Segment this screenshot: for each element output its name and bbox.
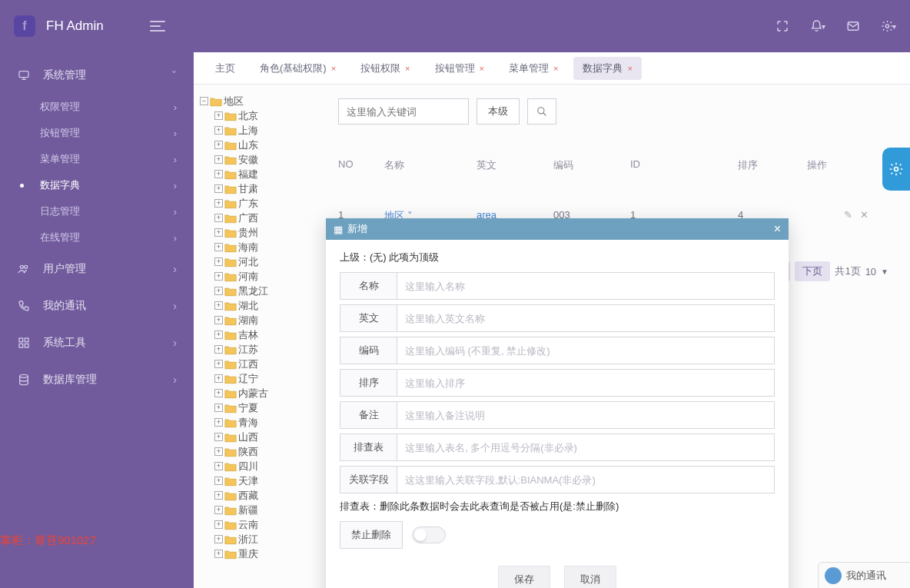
fullscreen-icon[interactable] (775, 18, 790, 34)
expand-icon[interactable]: + (214, 389, 223, 397)
tree-node[interactable]: +重庆 (214, 546, 330, 561)
expand-icon[interactable]: + (214, 272, 223, 281)
tree-node[interactable]: +云南 (214, 517, 330, 532)
cancel-button[interactable]: 取消 (564, 566, 616, 588)
tree-node[interactable]: +陕西 (214, 444, 330, 459)
expand-icon[interactable]: + (214, 199, 223, 208)
tree-node[interactable]: +四川 (214, 459, 330, 473)
expand-icon[interactable]: + (214, 155, 223, 164)
expand-icon[interactable]: + (214, 404, 223, 412)
tree-node[interactable]: +福建 (214, 167, 330, 181)
tree-node[interactable]: +甘肃 (214, 181, 330, 196)
tab[interactable]: 角色(基础权限)× (251, 57, 345, 80)
tab-close-icon[interactable]: × (405, 64, 410, 73)
pager-size[interactable]: 10 (865, 266, 876, 277)
tree-node[interactable]: +湖南 (214, 313, 330, 327)
field-input-备注[interactable] (397, 401, 775, 429)
sidebar-group-db[interactable]: 数据库管理› (0, 361, 194, 398)
expand-icon[interactable]: + (214, 433, 223, 441)
tree-node[interactable]: +山东 (214, 138, 330, 152)
sidebar-item[interactable]: 日志管理› (0, 198, 194, 224)
tab[interactable]: 主页 (206, 57, 244, 80)
sidebar-group-monitor[interactable]: 系统管理˅ (0, 57, 194, 94)
expand-icon[interactable]: + (214, 301, 223, 310)
tree-node[interactable]: +新疆 (214, 503, 330, 517)
expand-icon[interactable]: + (214, 418, 223, 427)
tree-node[interactable]: +吉林 (214, 327, 330, 342)
sidebar-group-grid[interactable]: 系统工具› (0, 324, 194, 361)
search-button[interactable] (527, 98, 556, 125)
expand-icon[interactable]: + (214, 214, 223, 222)
expand-icon[interactable]: + (214, 535, 223, 543)
dialog-close-icon[interactable]: × (774, 222, 781, 236)
tab[interactable]: 按钮管理× (426, 57, 493, 80)
expand-icon[interactable]: + (214, 447, 223, 456)
sidebar-group-users[interactable]: 用户管理› (0, 251, 194, 287)
expand-icon[interactable]: + (214, 331, 223, 339)
level-button[interactable]: 本级 (477, 98, 520, 125)
tree-node[interactable]: +上海 (214, 123, 330, 138)
settings-side-badge[interactable] (882, 148, 910, 191)
field-input-排查表[interactable] (397, 434, 775, 461)
field-input-关联字段[interactable] (397, 466, 775, 493)
gear-icon[interactable]: ▾ (881, 18, 896, 34)
expand-icon[interactable]: + (214, 477, 223, 485)
expand-icon[interactable]: + (214, 141, 223, 149)
tree-node[interactable]: +江苏 (214, 342, 330, 357)
sidebar-item[interactable]: 权限管理› (0, 94, 194, 120)
tab-close-icon[interactable]: × (480, 64, 484, 73)
expand-icon[interactable]: + (214, 257, 223, 266)
expand-icon[interactable]: + (214, 111, 223, 120)
tree-node[interactable]: +海南 (214, 240, 330, 254)
tree-node[interactable]: +宁夏 (214, 400, 330, 415)
bell-icon[interactable]: ▾ (810, 18, 825, 34)
save-button[interactable]: 保存 (498, 566, 550, 588)
tree-node[interactable]: +辽宁 (214, 371, 330, 386)
expand-icon[interactable]: + (214, 491, 223, 500)
expand-icon[interactable]: + (214, 462, 223, 470)
tab[interactable]: 数据字典× (573, 57, 641, 80)
tab[interactable]: 菜单管理× (500, 57, 567, 80)
sidebar-item[interactable]: 按钮管理› (0, 120, 194, 146)
expand-icon[interactable]: + (214, 170, 223, 178)
sidebar-item[interactable]: 在线管理› (0, 224, 194, 251)
chat-widget[interactable]: 我的通讯 (818, 562, 910, 588)
menu-toggle-icon[interactable] (150, 21, 168, 32)
tree-node[interactable]: +贵州 (214, 225, 330, 240)
expand-icon[interactable]: + (214, 520, 223, 529)
forbid-delete-toggle[interactable] (412, 527, 446, 543)
tree-node[interactable]: +广东 (214, 196, 330, 211)
expand-icon[interactable]: − (200, 97, 208, 105)
delete-icon[interactable]: ✕ (860, 209, 868, 223)
tree-node[interactable]: +青海 (214, 415, 330, 430)
tree-node[interactable]: +安徽 (214, 152, 330, 167)
search-input[interactable] (338, 98, 469, 125)
tree-node[interactable]: +江西 (214, 357, 330, 371)
tab[interactable]: 按钮权限× (351, 57, 419, 80)
expand-icon[interactable]: + (214, 506, 223, 514)
tab-close-icon[interactable]: × (553, 64, 558, 73)
expand-icon[interactable]: + (214, 360, 223, 368)
field-input-英文[interactable] (397, 304, 775, 332)
tree-node[interactable]: +湖北 (214, 298, 330, 313)
pager-next[interactable]: 下页 (795, 261, 830, 281)
tree-root[interactable]: − 地区 (200, 94, 330, 108)
tab-close-icon[interactable]: × (331, 64, 336, 73)
tree-node[interactable]: +浙江 (214, 532, 330, 546)
expand-icon[interactable]: + (214, 184, 223, 193)
sidebar-item[interactable]: 菜单管理› (0, 146, 194, 172)
expand-icon[interactable]: + (214, 228, 223, 237)
field-input-名称[interactable] (397, 272, 775, 300)
expand-icon[interactable]: + (214, 374, 223, 383)
edit-icon[interactable]: ✎ (844, 209, 852, 223)
expand-icon[interactable]: + (214, 316, 223, 324)
expand-icon[interactable]: + (214, 345, 223, 354)
mail-icon[interactable] (845, 18, 861, 34)
tree-node[interactable]: +河北 (214, 254, 330, 269)
tab-close-icon[interactable]: × (627, 64, 632, 73)
tree-node[interactable]: +北京 (214, 108, 330, 123)
tree-node[interactable]: +天津 (214, 473, 330, 488)
tree-node[interactable]: +山西 (214, 430, 330, 444)
tree-node[interactable]: +内蒙古 (214, 386, 330, 400)
expand-icon[interactable]: + (214, 243, 223, 251)
